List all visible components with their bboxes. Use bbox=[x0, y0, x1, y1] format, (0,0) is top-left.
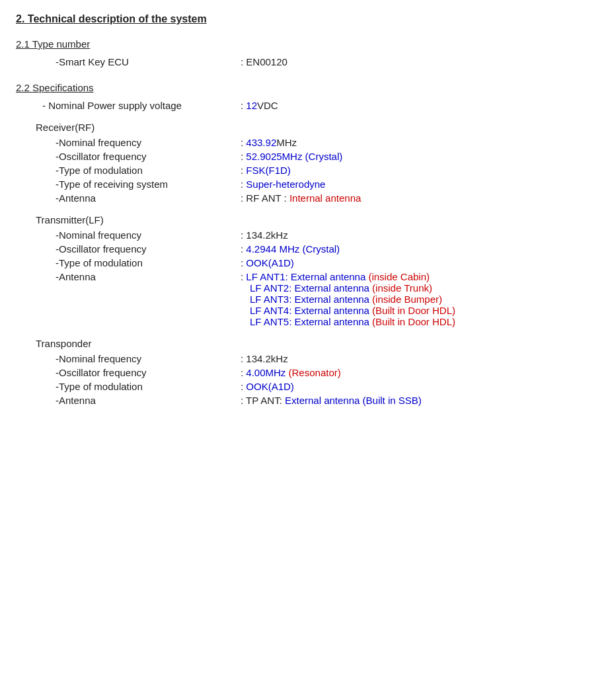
transmitter-ant3-red: (inside Bumper) bbox=[372, 294, 442, 305]
transmitter-modulation-value: : OOK(A1D) bbox=[241, 257, 600, 268]
transponder-osc-blue: 4.00MHz bbox=[246, 367, 288, 378]
transmitter-ant2-red: (inside Trunk) bbox=[372, 282, 432, 294]
transponder-osc-red: (Resonator) bbox=[289, 367, 341, 378]
transponder-nominal-freq-row: -Nominal frequency : 134.2kHz bbox=[16, 353, 600, 364]
transmitter-osc-blue: 4.2944 MHz (Crystal) bbox=[246, 243, 340, 255]
transponder-antenna-row: -Antenna : TP ANT: External antenna (Bui… bbox=[16, 395, 600, 406]
transponder-osc-freq-row: -Oscillator frequency : 4.00MHz (Resonat… bbox=[16, 367, 600, 378]
receiver-osc-freq-label: -Oscillator frequency bbox=[16, 151, 241, 162]
receiver-freq-unit: MHz bbox=[276, 137, 297, 148]
receiver-antenna-red: Internal antenna bbox=[289, 192, 361, 204]
receiver-modulation-label: -Type of modulation bbox=[16, 165, 241, 176]
transmitter-ant5-red: (Built in Door HDL) bbox=[372, 316, 455, 327]
transponder-header: Transponder bbox=[16, 338, 600, 349]
receiver-osc-freq-row: -Oscillator frequency : 52.9025MHz (Crys… bbox=[16, 151, 600, 162]
type-number-label: -Smart Key ECU bbox=[16, 56, 241, 67]
transmitter-antenna-row: -Antenna : LF ANT1: External antenna (in… bbox=[16, 271, 600, 327]
transmitter-nominal-freq-value: : 134.2kHz bbox=[241, 229, 600, 241]
transmitter-header: Transmitter(LF) bbox=[16, 214, 600, 225]
type-number-value: : EN00120 bbox=[241, 56, 600, 67]
receiver-antenna-value: : RF ANT : Internal antenna bbox=[241, 192, 600, 204]
transmitter-ant2-blue: LF ANT2: External antenna bbox=[250, 282, 372, 294]
transmitter-nominal-freq-label: -Nominal frequency bbox=[16, 229, 241, 241]
section21-title: 2.1 Type number bbox=[16, 38, 600, 50]
transmitter-ant4-red: (Built in Door HDL) bbox=[372, 305, 455, 316]
transmitter-ant4-blue: LF ANT4: External antenna bbox=[250, 305, 372, 316]
nominal-voltage-value: : 12VDC bbox=[241, 100, 600, 111]
receiver-header: Receiver(RF) bbox=[16, 122, 600, 133]
transmitter-osc-freq-value: : 4.2944 MHz (Crystal) bbox=[241, 243, 600, 255]
transponder-modulation-label: -Type of modulation bbox=[16, 381, 241, 392]
transmitter-osc-freq-label: -Oscillator frequency bbox=[16, 243, 241, 255]
section-title: 2. Technical description of the system bbox=[16, 13, 600, 25]
voltage-blue: 12 bbox=[246, 100, 257, 111]
transmitter-osc-freq-row: -Oscillator frequency : 4.2944 MHz (Crys… bbox=[16, 243, 600, 255]
transmitter-ant1-blue: LF ANT1: External antenna bbox=[246, 271, 368, 282]
receiver-nominal-freq-value: : 433.92MHz bbox=[241, 137, 600, 148]
transmitter-antenna-label: -Antenna bbox=[16, 271, 241, 327]
transponder-antenna-value: : TP ANT: External antenna (Built in SSB… bbox=[241, 395, 600, 406]
receiver-system-label: -Type of receiving system bbox=[16, 179, 241, 190]
receiver-osc-blue: 52.9025MHz (Crystal) bbox=[246, 151, 342, 162]
transponder-antenna-blue: External antenna (Built in SSB) bbox=[285, 395, 422, 406]
receiver-nominal-freq-label: -Nominal frequency bbox=[16, 137, 241, 148]
receiver-modulation-row: -Type of modulation : FSK(F1D) bbox=[16, 165, 600, 176]
transponder-modulation-row: -Type of modulation : OOK(A1D) bbox=[16, 381, 600, 392]
transmitter-nominal-freq-row: -Nominal frequency : 134.2kHz bbox=[16, 229, 600, 241]
receiver-modulation-value: : FSK(F1D) bbox=[241, 165, 600, 176]
transponder-antenna-label: -Antenna bbox=[16, 395, 241, 406]
transponder-modulation-value: : OOK(A1D) bbox=[241, 381, 600, 392]
transponder-nominal-freq-value: : 134.2kHz bbox=[241, 353, 600, 364]
transponder-osc-freq-value: : 4.00MHz (Resonator) bbox=[241, 367, 600, 378]
transmitter-mod-blue: OOK(A1D) bbox=[246, 257, 294, 268]
nominal-voltage-label: - Nominal Power supply voltage bbox=[16, 100, 241, 111]
receiver-system-blue: Super-heterodyne bbox=[246, 179, 325, 190]
transmitter-modulation-label: -Type of modulation bbox=[16, 257, 241, 268]
transmitter-ant1-red: (inside Cabin) bbox=[368, 271, 430, 282]
section22-title: 2.2 Specifications bbox=[16, 82, 600, 93]
transmitter-ant5-blue: LF ANT5: External antenna bbox=[250, 316, 372, 327]
transponder-osc-freq-label: -Oscillator frequency bbox=[16, 367, 241, 378]
transmitter-ant3-blue: LF ANT3: External antenna bbox=[250, 294, 372, 305]
transmitter-antenna-value: : LF ANT1: External antenna (inside Cabi… bbox=[241, 271, 600, 327]
receiver-osc-freq-value: : 52.9025MHz (Crystal) bbox=[241, 151, 600, 162]
voltage-unit: VDC bbox=[257, 100, 278, 111]
receiver-freq-blue: 433.92 bbox=[246, 137, 276, 148]
receiver-antenna-row: -Antenna : RF ANT : Internal antenna bbox=[16, 192, 600, 204]
nominal-voltage-row: - Nominal Power supply voltage : 12VDC bbox=[16, 100, 600, 111]
transmitter-modulation-row: -Type of modulation : OOK(A1D) bbox=[16, 257, 600, 268]
transponder-nominal-freq-label: -Nominal frequency bbox=[16, 353, 241, 364]
receiver-system-row: -Type of receiving system : Super-hetero… bbox=[16, 179, 600, 190]
receiver-antenna-label: -Antenna bbox=[16, 192, 241, 204]
transponder-mod-blue: OOK(A1D) bbox=[246, 381, 294, 392]
receiver-mod-blue: FSK(F1D) bbox=[246, 165, 291, 176]
type-number-row: -Smart Key ECU : EN00120 bbox=[16, 56, 600, 67]
receiver-nominal-freq-row: -Nominal frequency : 433.92MHz bbox=[16, 137, 600, 148]
receiver-system-value: : Super-heterodyne bbox=[241, 179, 600, 190]
